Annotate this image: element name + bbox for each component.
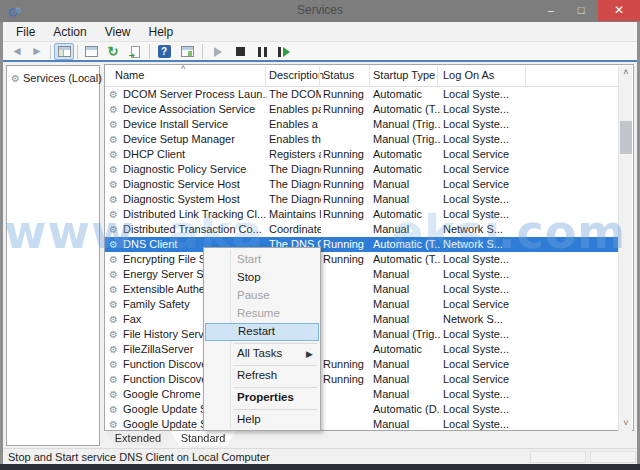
tab-extended[interactable]: Extended xyxy=(106,431,170,446)
minimize-button[interactable]: – xyxy=(538,0,564,21)
table-row[interactable]: ⚙Device Setup ManagerEnables the ...Manu… xyxy=(105,132,619,147)
table-row[interactable]: ⚙Encrypting File SystRunningAutomatic (T… xyxy=(105,252,619,267)
column-divider[interactable] xyxy=(437,66,438,86)
menu-help[interactable]: Help xyxy=(140,23,183,42)
cell-status: Running xyxy=(323,163,371,175)
statusbar: Stop and Start service DNS Client on Loc… xyxy=(3,448,637,464)
table-row[interactable]: ⚙File History ServiceManual (Trig...Loca… xyxy=(105,327,619,342)
context-menu-item-help[interactable]: Help xyxy=(204,411,320,429)
context-menu-item-pause: Pause xyxy=(204,287,320,305)
cell-description: Registers an... xyxy=(269,148,321,160)
column-divider[interactable] xyxy=(525,66,526,86)
table-row[interactable]: ⚙Distributed Transaction Co...Coordinate… xyxy=(105,222,619,237)
service-gear-icon: ⚙ xyxy=(109,119,118,130)
service-gear-icon: ⚙ xyxy=(109,344,118,355)
cell-startup-type: Automatic xyxy=(373,163,441,175)
column-header-name[interactable]: Name xyxy=(115,69,144,81)
column-divider[interactable] xyxy=(319,66,320,86)
tab-standard-active[interactable]: Standard xyxy=(170,431,236,446)
pause-service-icon[interactable] xyxy=(252,43,272,60)
column-header-log-on-as[interactable]: Log On As xyxy=(443,69,494,81)
context-menu-item-all-tasks[interactable]: All Tasks▶ xyxy=(204,345,320,363)
context-menu-item-stop[interactable]: Stop xyxy=(204,269,320,287)
toolbar-separator xyxy=(149,44,150,59)
scroll-down-icon[interactable]: ˅ xyxy=(619,417,633,431)
column-divider[interactable] xyxy=(369,66,370,86)
export-list-icon[interactable] xyxy=(125,43,145,60)
cell-log-on-as: Local Syste... xyxy=(443,103,523,115)
table-row[interactable]: ⚙Diagnostic Policy ServiceThe Diagno...R… xyxy=(105,162,619,177)
context-menu-item-restart[interactable]: Restart xyxy=(205,323,319,341)
column-divider[interactable] xyxy=(265,66,266,86)
refresh-icon[interactable]: ↻ xyxy=(103,43,123,60)
column-header-startup-type[interactable]: Startup Type xyxy=(373,69,435,81)
show-action-pane-icon[interactable] xyxy=(177,43,197,60)
table-row[interactable]: ⚙Diagnostic System HostThe Diagno...Runn… xyxy=(105,192,619,207)
close-button[interactable]: ✕ xyxy=(598,0,640,21)
cell-name: Distributed Link Tracking Cl... xyxy=(123,208,267,220)
vertical-scrollbar[interactable]: ˄ ˅ xyxy=(618,66,632,431)
cell-startup-type: Automatic (T... xyxy=(373,238,441,250)
help-icon[interactable]: ? xyxy=(154,43,174,60)
restart-service-icon[interactable] xyxy=(274,43,294,60)
cell-log-on-as: Local Syste... xyxy=(443,118,523,130)
column-header-status[interactable]: Status xyxy=(323,69,354,81)
cell-name: Diagnostic Policy Service xyxy=(123,163,267,175)
context-menu-item-properties[interactable]: Properties xyxy=(204,389,320,407)
properties-window-icon[interactable] xyxy=(81,43,101,60)
service-gear-icon: ⚙ xyxy=(109,404,118,415)
back-icon[interactable]: ◄ xyxy=(7,43,27,60)
table-row[interactable]: ⚙Energy Server ServiManualLocal Syste... xyxy=(105,267,619,282)
service-gear-icon: ⚙ xyxy=(109,374,118,385)
cell-startup-type: Manual xyxy=(373,373,441,385)
console-tree-pane: ⚙Services (Local) xyxy=(6,65,100,446)
start-service-icon[interactable] xyxy=(208,43,228,60)
column-header-description[interactable]: Description xyxy=(269,69,324,81)
menu-view[interactable]: View xyxy=(96,23,140,42)
table-row[interactable]: ⚙Function DiscoveryRunningManualLocal Se… xyxy=(105,357,619,372)
table-row[interactable]: ⚙DCOM Server Process Laun...The DCOM...R… xyxy=(105,87,619,102)
table-row[interactable]: ⚙FaxManualNetwork S... xyxy=(105,312,619,327)
cell-startup-type: Automatic (D... xyxy=(373,403,441,415)
scroll-up-icon[interactable]: ˄ xyxy=(619,66,633,80)
table-row[interactable]: ⚙Google Chrome EleManualLocal Syste... xyxy=(105,387,619,402)
cell-log-on-as: Local Service xyxy=(443,358,523,370)
scrollbar-thumb[interactable] xyxy=(620,121,632,154)
table-row[interactable]: ⚙DHCP ClientRegisters an...RunningAutoma… xyxy=(105,147,619,162)
services-node-icon: ⚙ xyxy=(11,73,20,84)
table-row[interactable]: ⚙Diagnostic Service HostThe Diagno...Run… xyxy=(105,177,619,192)
services-list: ⚙DCOM Server Process Laun...The DCOM...R… xyxy=(105,87,619,432)
table-row[interactable]: ⚙Family SafetyManualLocal Service xyxy=(105,297,619,312)
cell-log-on-as: Network S... xyxy=(443,223,523,235)
cell-startup-type: Automatic xyxy=(373,343,441,355)
sort-ascending-icon: ^ xyxy=(181,64,185,74)
table-row[interactable]: ⚙Extensible AuthentManualLocal Syste... xyxy=(105,282,619,297)
cell-startup-type: Manual (Trig... xyxy=(373,133,441,145)
cell-log-on-as: Local Syste... xyxy=(443,253,523,265)
cell-startup-type: Manual xyxy=(373,223,441,235)
cell-status: Running xyxy=(323,208,371,220)
cell-name: Device Association Service xyxy=(123,103,267,115)
table-row[interactable]: ⚙Google Update SerManualLocal Syste... xyxy=(105,417,619,432)
table-row[interactable]: ⚙Device Association ServiceEnables pair.… xyxy=(105,102,619,117)
cell-description: The Diagno... xyxy=(269,163,321,175)
context-menu-item-start: Start xyxy=(204,251,320,269)
forward-icon[interactable]: ► xyxy=(27,43,47,60)
table-row[interactable]: ⚙Function DiscoveryRunningManualLocal Se… xyxy=(105,372,619,387)
cell-name: Diagnostic Service Host xyxy=(123,178,267,190)
sidebar-item-services-local[interactable]: ⚙Services (Local) xyxy=(11,72,102,84)
table-row[interactable]: ⚙Distributed Link Tracking Cl...Maintain… xyxy=(105,207,619,222)
cell-name: DCOM Server Process Laun... xyxy=(123,88,267,100)
context-menu-item-refresh[interactable]: Refresh xyxy=(204,367,320,385)
show-console-tree-icon[interactable] xyxy=(54,43,74,60)
table-row[interactable]: ⚙Device Install ServiceEnables a c...Man… xyxy=(105,117,619,132)
menu-file[interactable]: File xyxy=(7,23,44,42)
cell-startup-type: Manual xyxy=(373,418,441,430)
menu-action[interactable]: Action xyxy=(44,23,95,42)
cell-status: Running xyxy=(323,148,371,160)
table-row[interactable]: ⚙FileZillaServerAutomaticLocal Syste... xyxy=(105,342,619,357)
table-row[interactable]: ⚙Google Update SerAutomatic (D...Local S… xyxy=(105,402,619,417)
table-row-selected[interactable]: ⚙DNS ClientThe DNS Cli...RunningAutomati… xyxy=(105,237,619,252)
stop-service-icon[interactable] xyxy=(230,43,250,60)
maximize-button[interactable]: □ xyxy=(568,0,594,21)
